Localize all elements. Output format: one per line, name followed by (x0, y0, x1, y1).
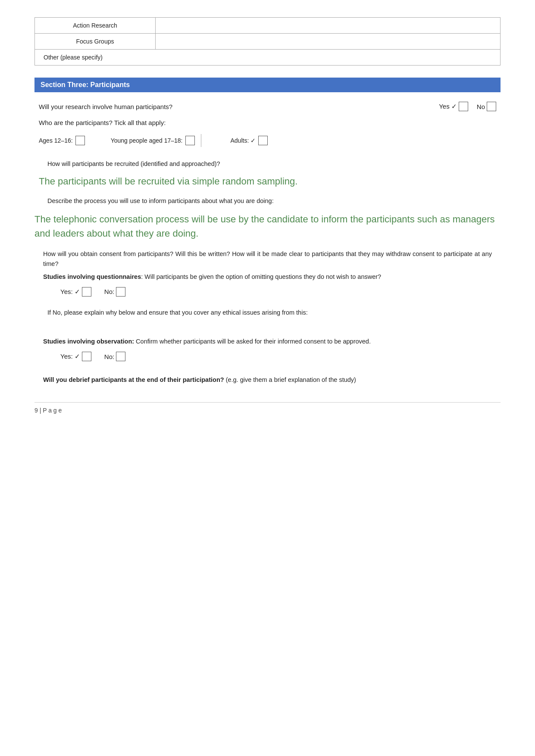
q5-text1: How will you obtain consent from partici… (34, 249, 501, 269)
q5-text2: Studies involving questionnaires: Will p… (34, 272, 501, 282)
q7-rest: Confirm whether participants will be ask… (134, 338, 371, 345)
q4-text: Describe the process you will use to inf… (34, 196, 501, 206)
q7-no-checkbox[interactable] (116, 352, 125, 361)
divider-line (201, 134, 201, 147)
table-row-focus-groups: Focus Groups (35, 34, 501, 50)
q3-text: How will participants be recruited (iden… (34, 159, 501, 169)
q2-text: Who are the participants? Tick all that … (39, 119, 496, 126)
q1-no: No (477, 102, 496, 111)
q5-yes-checkbox[interactable] (82, 287, 91, 297)
page-footer: 9 | P a g e (34, 402, 501, 414)
adults-checkbox[interactable] (258, 136, 268, 145)
q5-no: No: (104, 287, 125, 297)
section-three-header: Section Three: Participants (34, 78, 501, 92)
page-label: | P a g e (40, 407, 62, 414)
action-research-label: Action Research (35, 18, 156, 34)
q6-text: If No, please explain why below and ensu… (34, 308, 501, 318)
q4-answer: The telephonic conversation process will… (34, 212, 501, 241)
adults-label: Adults: ✓ (231, 137, 256, 144)
other-label: Other (please specify) (35, 50, 501, 66)
q7-no: No: (104, 352, 125, 361)
young-17-18-label: Young people aged 17–18: (111, 137, 183, 144)
q5-no-checkbox[interactable] (116, 287, 125, 297)
q7-text: Studies involving observation: Confirm w… (34, 337, 501, 347)
q5-yes-no-row: Yes: ✓ No: (60, 287, 501, 297)
participant-ages-12-16: Ages 12–16: (39, 136, 85, 145)
focus-groups-label: Focus Groups (35, 34, 156, 50)
q1-yes-checkbox[interactable] (459, 102, 468, 111)
q1-row: Will your research involve human partici… (34, 102, 501, 111)
q2-block: Who are the participants? Tick all that … (34, 119, 501, 126)
q1-yes: Yes ✓ (439, 102, 468, 111)
research-type-table: Action Research Focus Groups Other (plea… (34, 17, 501, 66)
ages-12-16-checkbox[interactable] (75, 136, 85, 145)
q8-rest: (e.g. give them a brief explanation of t… (224, 376, 356, 383)
q7-yes-checkbox[interactable] (82, 352, 91, 361)
young-17-18-checkbox[interactable] (185, 136, 195, 145)
table-row-action-research: Action Research (35, 18, 501, 34)
q5-bold: Studies involving questionnaires (43, 273, 141, 280)
q8-text: Will you debrief participants at the end… (34, 375, 501, 385)
participant-adults: Adults: ✓ (231, 136, 268, 145)
focus-groups-value (156, 34, 501, 50)
q5-yes: Yes: ✓ (60, 287, 91, 297)
q3-answer: The participants will be recruited via s… (39, 175, 501, 188)
ages-12-16-label: Ages 12–16: (39, 137, 73, 144)
page-number: 9 (34, 407, 38, 414)
participants-row: Ages 12–16: Young people aged 17–18: Adu… (39, 134, 496, 147)
q8-bold: Will you debrief participants at the end… (43, 376, 224, 383)
q1-no-checkbox[interactable] (487, 102, 496, 111)
q7-bold: Studies involving observation: (43, 338, 134, 345)
q1-text: Will your research involve human partici… (39, 103, 430, 110)
participant-young-17-18: Young people aged 17–18: (111, 134, 205, 147)
table-row-other: Other (please specify) (35, 50, 501, 66)
action-research-value (156, 18, 501, 34)
q5-rest: : Will participants be given the option … (141, 273, 381, 280)
q7-yes: Yes: ✓ (60, 352, 91, 361)
q7-yes-no-row: Yes: ✓ No: (60, 352, 501, 361)
